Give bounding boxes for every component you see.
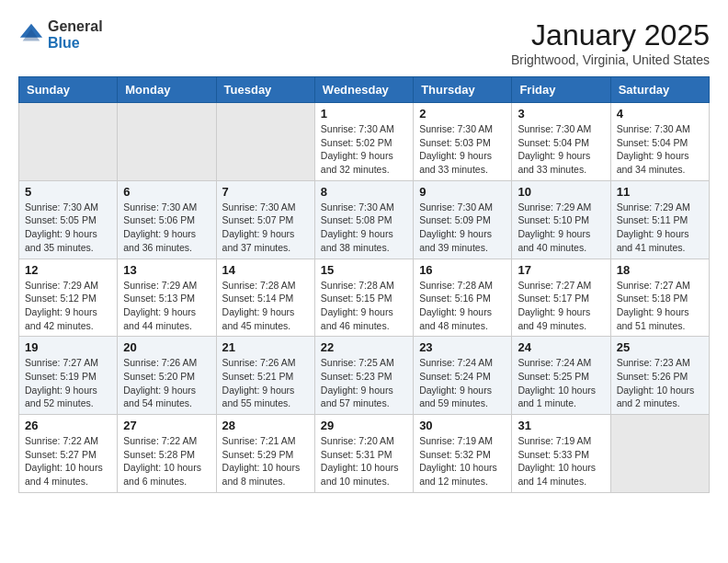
calendar-cell: 16Sunrise: 7:28 AM Sunset: 5:16 PM Dayli… — [414, 259, 512, 337]
calendar-week-row-5: 26Sunrise: 7:22 AM Sunset: 5:27 PM Dayli… — [19, 415, 710, 493]
day-number: 26 — [25, 419, 111, 432]
calendar-cell: 20Sunrise: 7:26 AM Sunset: 5:20 PM Dayli… — [118, 337, 216, 415]
day-info: Sunrise: 7:27 AM Sunset: 5:18 PM Dayligh… — [617, 279, 703, 333]
calendar-cell: 2Sunrise: 7:30 AM Sunset: 5:03 PM Daylig… — [414, 103, 512, 181]
day-number: 12 — [25, 263, 111, 277]
day-number: 21 — [222, 340, 309, 354]
day-info: Sunrise: 7:19 AM Sunset: 5:32 PM Dayligh… — [419, 434, 506, 488]
day-info: Sunrise: 7:30 AM Sunset: 5:07 PM Dayligh… — [222, 201, 309, 255]
day-info: Sunrise: 7:30 AM Sunset: 5:03 PM Dayligh… — [419, 122, 506, 177]
page-header: General Blue January 2025 Brightwood, Vi… — [18, 18, 710, 67]
calendar-cell: 25Sunrise: 7:23 AM Sunset: 5:26 PM Dayli… — [610, 337, 709, 415]
day-number: 8 — [321, 185, 407, 199]
day-number: 31 — [518, 419, 604, 432]
day-number: 6 — [123, 185, 210, 199]
calendar-cell: 28Sunrise: 7:21 AM Sunset: 5:29 PM Dayli… — [216, 415, 314, 493]
calendar-cell: 23Sunrise: 7:24 AM Sunset: 5:24 PM Dayli… — [414, 337, 512, 415]
calendar-cell: 8Sunrise: 7:30 AM Sunset: 5:08 PM Daylig… — [314, 180, 413, 259]
day-info: Sunrise: 7:30 AM Sunset: 5:08 PM Dayligh… — [321, 201, 407, 255]
day-number: 7 — [222, 185, 309, 199]
calendar-cell: 6Sunrise: 7:30 AM Sunset: 5:06 PM Daylig… — [118, 180, 216, 259]
day-number: 11 — [617, 185, 703, 199]
day-info: Sunrise: 7:24 AM Sunset: 5:24 PM Dayligh… — [419, 356, 506, 410]
day-number: 25 — [617, 340, 703, 354]
calendar-week-row-3: 12Sunrise: 7:29 AM Sunset: 5:12 PM Dayli… — [19, 259, 710, 337]
calendar-week-row-4: 19Sunrise: 7:27 AM Sunset: 5:19 PM Dayli… — [19, 337, 710, 415]
day-info: Sunrise: 7:30 AM Sunset: 5:06 PM Dayligh… — [123, 201, 210, 255]
day-info: Sunrise: 7:22 AM Sunset: 5:28 PM Dayligh… — [123, 434, 210, 488]
calendar-week-row-2: 5Sunrise: 7:30 AM Sunset: 5:05 PM Daylig… — [19, 180, 710, 259]
day-number: 4 — [617, 107, 703, 121]
calendar-cell: 4Sunrise: 7:30 AM Sunset: 5:04 PM Daylig… — [610, 103, 709, 181]
logo-blue-text: Blue — [48, 35, 103, 52]
calendar-cell: 10Sunrise: 7:29 AM Sunset: 5:10 PM Dayli… — [512, 180, 610, 259]
calendar-cell: 11Sunrise: 7:29 AM Sunset: 5:11 PM Dayli… — [610, 180, 709, 259]
day-info: Sunrise: 7:27 AM Sunset: 5:17 PM Dayligh… — [518, 279, 604, 333]
weekday-header-monday: Monday — [118, 77, 216, 103]
day-info: Sunrise: 7:28 AM Sunset: 5:14 PM Dayligh… — [222, 279, 309, 333]
day-number: 28 — [222, 419, 309, 432]
calendar-table: SundayMondayTuesdayWednesdayThursdayFrid… — [18, 76, 710, 493]
day-number: 29 — [321, 419, 407, 432]
day-info: Sunrise: 7:23 AM Sunset: 5:26 PM Dayligh… — [617, 356, 703, 410]
day-number: 30 — [419, 419, 506, 432]
weekday-header-tuesday: Tuesday — [216, 77, 314, 103]
weekday-header-saturday: Saturday — [610, 77, 709, 103]
day-number: 3 — [518, 107, 604, 121]
calendar-cell: 3Sunrise: 7:30 AM Sunset: 5:04 PM Daylig… — [512, 103, 610, 181]
day-info: Sunrise: 7:28 AM Sunset: 5:15 PM Dayligh… — [321, 279, 407, 333]
location-text: Brightwood, Virginia, United States — [511, 52, 710, 67]
calendar-cell: 27Sunrise: 7:22 AM Sunset: 5:28 PM Dayli… — [118, 415, 216, 493]
logo-icon — [18, 22, 44, 48]
day-info: Sunrise: 7:30 AM Sunset: 5:02 PM Dayligh… — [321, 122, 407, 177]
calendar-cell: 17Sunrise: 7:27 AM Sunset: 5:17 PM Dayli… — [512, 259, 610, 337]
logo: General Blue — [18, 18, 103, 51]
day-info: Sunrise: 7:29 AM Sunset: 5:10 PM Dayligh… — [518, 201, 604, 255]
day-info: Sunrise: 7:27 AM Sunset: 5:19 PM Dayligh… — [25, 356, 111, 410]
calendar-cell — [19, 103, 118, 181]
day-number: 19 — [25, 340, 111, 354]
day-info: Sunrise: 7:25 AM Sunset: 5:23 PM Dayligh… — [321, 356, 407, 410]
calendar-cell: 29Sunrise: 7:20 AM Sunset: 5:31 PM Dayli… — [314, 415, 413, 493]
day-number: 20 — [123, 340, 210, 354]
calendar-cell: 5Sunrise: 7:30 AM Sunset: 5:05 PM Daylig… — [19, 180, 118, 259]
day-info: Sunrise: 7:29 AM Sunset: 5:13 PM Dayligh… — [123, 279, 210, 333]
calendar-cell — [610, 415, 709, 493]
day-info: Sunrise: 7:20 AM Sunset: 5:31 PM Dayligh… — [321, 434, 407, 488]
logo-general-text: General — [48, 18, 103, 35]
weekday-header-sunday: Sunday — [19, 77, 118, 103]
day-number: 9 — [419, 185, 506, 199]
calendar-cell: 24Sunrise: 7:24 AM Sunset: 5:25 PM Dayli… — [512, 337, 610, 415]
weekday-header-row: SundayMondayTuesdayWednesdayThursdayFrid… — [19, 77, 710, 103]
day-info: Sunrise: 7:26 AM Sunset: 5:20 PM Dayligh… — [123, 356, 210, 410]
calendar-cell — [118, 103, 216, 181]
month-title: January 2025 — [511, 18, 710, 52]
day-number: 24 — [518, 340, 604, 354]
calendar-cell: 13Sunrise: 7:29 AM Sunset: 5:13 PM Dayli… — [118, 259, 216, 337]
calendar-week-row-1: 1Sunrise: 7:30 AM Sunset: 5:02 PM Daylig… — [19, 103, 710, 181]
calendar-cell: 19Sunrise: 7:27 AM Sunset: 5:19 PM Dayli… — [19, 337, 118, 415]
day-info: Sunrise: 7:24 AM Sunset: 5:25 PM Dayligh… — [518, 356, 604, 410]
day-number: 10 — [518, 185, 604, 199]
calendar-cell: 7Sunrise: 7:30 AM Sunset: 5:07 PM Daylig… — [216, 180, 314, 259]
day-info: Sunrise: 7:30 AM Sunset: 5:04 PM Dayligh… — [617, 122, 703, 177]
calendar-cell: 21Sunrise: 7:26 AM Sunset: 5:21 PM Dayli… — [216, 337, 314, 415]
logo-text: General Blue — [48, 18, 103, 51]
calendar-cell: 15Sunrise: 7:28 AM Sunset: 5:15 PM Dayli… — [314, 259, 413, 337]
day-info: Sunrise: 7:30 AM Sunset: 5:04 PM Dayligh… — [518, 122, 604, 177]
weekday-header-friday: Friday — [512, 77, 610, 103]
day-number: 2 — [419, 107, 506, 121]
weekday-header-thursday: Thursday — [414, 77, 512, 103]
calendar-cell — [216, 103, 314, 181]
day-info: Sunrise: 7:29 AM Sunset: 5:12 PM Dayligh… — [25, 279, 111, 333]
weekday-header-wednesday: Wednesday — [314, 77, 413, 103]
day-info: Sunrise: 7:21 AM Sunset: 5:29 PM Dayligh… — [222, 434, 309, 488]
day-number: 1 — [321, 107, 407, 121]
day-info: Sunrise: 7:30 AM Sunset: 5:09 PM Dayligh… — [419, 201, 506, 255]
day-number: 16 — [419, 263, 506, 277]
title-block: January 2025 Brightwood, Virginia, Unite… — [511, 18, 710, 67]
calendar-cell: 26Sunrise: 7:22 AM Sunset: 5:27 PM Dayli… — [19, 415, 118, 493]
calendar-cell: 22Sunrise: 7:25 AM Sunset: 5:23 PM Dayli… — [314, 337, 413, 415]
day-number: 17 — [518, 263, 604, 277]
day-info: Sunrise: 7:30 AM Sunset: 5:05 PM Dayligh… — [25, 201, 111, 255]
